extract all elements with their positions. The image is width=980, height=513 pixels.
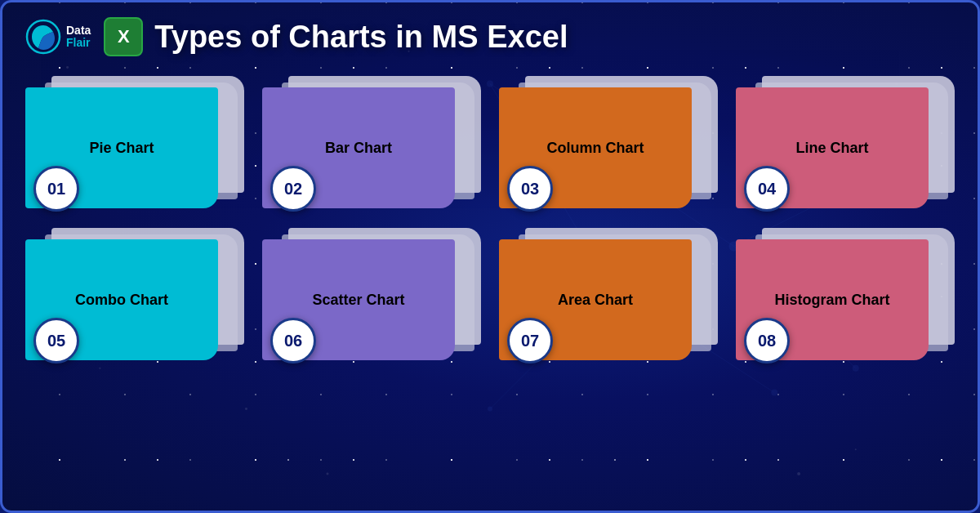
svg-point-20 (855, 448, 857, 450)
svg-point-12 (771, 390, 777, 396)
card-label: Line Chart (789, 132, 875, 164)
card-label: Histogram Chart (768, 284, 896, 316)
card-number: 04 (744, 166, 790, 212)
card-01: DataFlair Pie Chart 01 (25, 76, 244, 213)
logo-data-label: Data (66, 25, 91, 37)
card-05: DataFlair Combo Chart 05 (25, 228, 244, 365)
logo-flair-label: Flair (66, 37, 91, 49)
svg-point-18 (245, 408, 247, 410)
card-label: Scatter Chart (305, 284, 411, 316)
card-number: 01 (33, 166, 79, 212)
page-title: Types of Charts in MS Excel (154, 20, 568, 55)
card-label: Combo Chart (69, 284, 175, 316)
svg-point-22 (327, 473, 329, 475)
cards-grid: DataFlair Pie Chart 01 DataFlair Bar Cha… (25, 76, 955, 365)
svg-point-11 (488, 407, 492, 412)
card-label: Column Chart (540, 132, 650, 164)
card-number: 02 (270, 166, 316, 212)
svg-point-13 (66, 66, 69, 69)
header: Data Flair X Types of Charts in MS Excel (25, 17, 955, 56)
logo-icon (25, 19, 61, 55)
logo: Data Flair (25, 19, 91, 55)
card-03: DataFlair Column Chart 03 (499, 76, 718, 213)
card-06: DataFlair Scatter Chart 06 (262, 228, 481, 365)
card-number: 05 (33, 318, 79, 364)
card-02: DataFlair Bar Chart 02 (262, 76, 481, 213)
svg-point-21 (797, 472, 800, 475)
svg-point-17 (99, 368, 100, 369)
card-number: 07 (507, 318, 553, 364)
card-number: 06 (270, 318, 316, 364)
card-07: DataFlair Area Chart 07 (499, 228, 718, 365)
card-number: 03 (507, 166, 553, 212)
card-label: Bar Chart (318, 132, 399, 164)
logo-text: Data Flair (66, 25, 91, 50)
svg-point-9 (853, 365, 859, 372)
main-container: Data Flair X Types of Charts in MS Excel… (0, 0, 980, 513)
title-section: X Types of Charts in MS Excel (104, 17, 568, 56)
card-08: DataFlair Histogram Chart 08 (736, 228, 955, 365)
excel-icon: X (104, 17, 143, 56)
card-label: Pie Chart (82, 132, 160, 164)
card-04: DataFlair Line Chart 04 (736, 76, 955, 213)
card-label: Area Chart (551, 284, 639, 316)
card-number: 08 (744, 318, 790, 364)
